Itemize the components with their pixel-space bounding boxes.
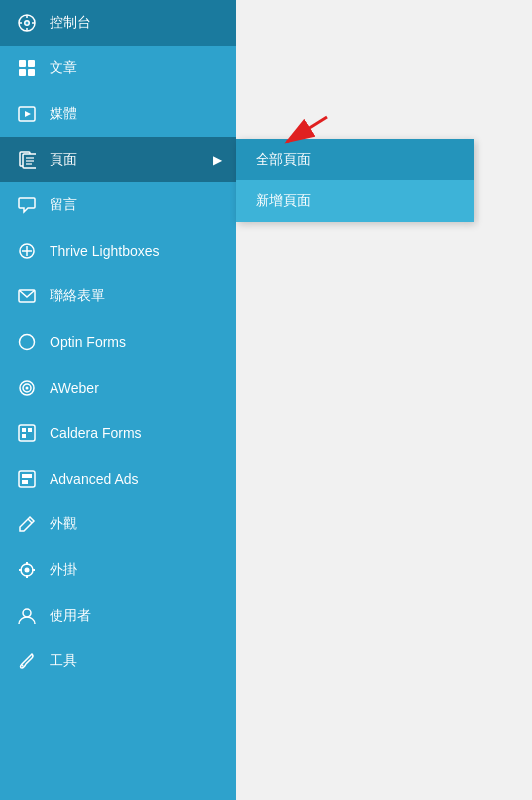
users-icon [14,603,40,629]
sidebar-item-thrive[interactable]: Thrive Lightboxes [0,228,236,274]
sidebar-label-appearance: 外觀 [50,515,77,533]
submenu-item-new-page[interactable]: 新增頁面 [236,180,474,222]
new-page-label: 新增頁面 [256,192,311,208]
sidebar-item-posts[interactable]: 文章 [0,46,236,91]
sidebar-item-optin[interactable]: Optin Forms [0,319,236,365]
sidebar-item-media[interactable]: 媒體 [0,91,236,137]
sidebar-item-contact[interactable]: 聯絡表單 [0,274,236,319]
pages-icon [14,147,40,172]
svg-rect-5 [28,60,35,67]
sidebar-item-tools[interactable]: 工具 [0,638,236,684]
sidebar-label-optin: Optin Forms [50,334,126,350]
sidebar-label-plugins: 外掛 [50,561,77,579]
sidebar-label-users: 使用者 [50,607,91,625]
svg-point-18 [20,335,35,350]
sidebar-label-thrive: Thrive Lightboxes [50,243,160,259]
appearance-icon [14,512,40,537]
posts-icon [14,56,40,81]
comments-icon [14,192,40,218]
svg-point-2 [26,22,29,25]
plugins-icon [14,557,40,583]
sidebar: 控制台 文章 媒體 [0,0,236,800]
sidebar-label-tools: 工具 [50,652,77,670]
sidebar-item-appearance[interactable]: 外觀 [0,502,236,547]
sidebar-label-dashboard: 控制台 [50,14,91,32]
svg-line-29 [28,519,32,523]
svg-rect-6 [28,69,35,76]
sidebar-label-comments: 留言 [50,196,77,214]
svg-rect-26 [19,471,35,487]
svg-point-36 [23,609,31,617]
sidebar-label-caldera: Caldera Forms [50,425,142,441]
sidebar-item-aweber[interactable]: AWeber [0,365,236,410]
svg-rect-3 [19,60,26,67]
svg-rect-25 [22,434,26,438]
svg-point-31 [25,568,30,573]
thrive-icon [14,238,40,264]
sidebar-item-caldera[interactable]: Caldera Forms [0,410,236,456]
svg-rect-27 [22,474,32,478]
sidebar-label-pages: 頁面 [50,151,77,169]
svg-rect-28 [22,480,28,484]
media-icon [14,101,40,127]
sidebar-item-dashboard[interactable]: 控制台 [0,0,236,46]
svg-line-39 [287,117,327,142]
svg-rect-23 [22,428,26,432]
svg-rect-22 [19,425,35,441]
sidebar-label-advanced-ads: Advanced Ads [50,471,139,487]
optin-icon [14,329,40,355]
dashboard-icon [14,10,40,36]
sidebar-label-contact: 聯絡表單 [50,287,105,305]
red-arrow-indicator [267,107,347,157]
aweber-icon [14,375,40,400]
svg-point-37 [22,665,24,667]
advanced-ads-icon [14,466,40,492]
sidebar-label-media: 媒體 [50,105,77,123]
sidebar-item-pages[interactable]: 頁面 ▶ [0,137,236,182]
svg-point-21 [26,387,29,390]
submenu-arrow-icon: ▶ [213,153,222,167]
svg-marker-8 [25,111,31,117]
tools-icon [14,648,40,674]
sidebar-item-users[interactable]: 使用者 [0,593,236,638]
contact-icon [14,284,40,309]
sidebar-item-plugins[interactable]: 外掛 [0,547,236,593]
sidebar-label-aweber: AWeber [50,380,99,396]
caldera-icon [14,420,40,446]
sidebar-item-advanced-ads[interactable]: Advanced Ads [0,456,236,502]
svg-rect-4 [19,69,26,76]
sidebar-item-comments[interactable]: 留言 [0,182,236,228]
sidebar-label-posts: 文章 [50,59,77,77]
svg-rect-24 [28,428,32,432]
